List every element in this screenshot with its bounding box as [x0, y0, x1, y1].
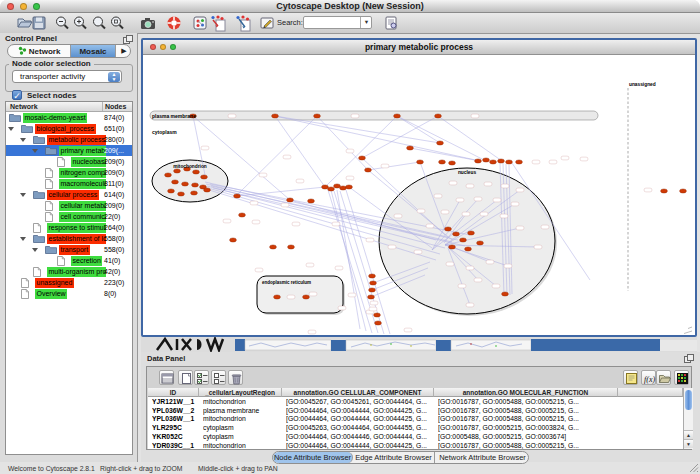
attribute-matrix-icon[interactable]	[159, 370, 174, 385]
new-attribute-icon[interactable]	[178, 370, 193, 385]
table-cell[interactable]: [GO:0045267, GO:0045261, GO:0044464, G..…	[286, 398, 433, 407]
network-tree-header[interactable]: Network Nodes	[6, 102, 132, 112]
network-node[interactable]	[340, 186, 347, 190]
network-node[interactable]	[465, 247, 472, 251]
select-attributes-icon[interactable]	[194, 370, 209, 385]
network-node[interactable]	[394, 114, 401, 118]
network-node[interactable]	[477, 241, 484, 245]
tree-node-label[interactable]: cell communicat	[59, 212, 106, 222]
network-node[interactable]	[449, 161, 456, 165]
network-node[interactable]	[204, 188, 211, 192]
table-cell[interactable]: mitochondrion	[203, 442, 281, 450]
table-column-header[interactable]: annotation.GO MOLECULAR_FUNCTION	[434, 388, 618, 397]
table-cell[interactable]: [GO:0044464, GO:0044444, GO:0044425, G..…	[286, 442, 433, 450]
table-scrollbar[interactable]: ▲ ▼	[683, 388, 693, 449]
tree-expand-arrow-icon[interactable]	[20, 193, 26, 197]
tree-node-label[interactable]: transport	[59, 245, 90, 255]
network-node[interactable]	[334, 184, 341, 188]
network-node[interactable]	[449, 245, 456, 249]
network-node[interactable]	[661, 189, 668, 193]
network-node[interactable]	[370, 281, 377, 285]
resize-grip-icon[interactable]	[689, 463, 699, 473]
network-node[interactable]	[191, 191, 198, 195]
network-node[interactable]	[439, 160, 446, 164]
network-node[interactable]	[239, 213, 246, 217]
table-cell[interactable]: YLR295C	[152, 424, 198, 433]
network-node[interactable]	[174, 169, 181, 173]
tree-node-label[interactable]: nucleobase-	[71, 157, 106, 167]
zoom-fit-icon[interactable]	[90, 14, 108, 32]
table-cell[interactable]: [GO:0016787, GO:0005488, GO:0005215, G..…	[438, 398, 617, 407]
table-cell[interactable]: [GO:0044464, GO:0044446, GO:0044444, G..…	[286, 433, 433, 442]
plasma-membrane-region[interactable]	[150, 111, 598, 120]
canvas-resize-grip[interactable]	[684, 327, 692, 334]
attribute-table[interactable]: ID_cellularLayoutRegionannotation.GO CEL…	[148, 388, 683, 449]
more-tabs-arrow[interactable]: ▶	[116, 45, 131, 57]
network-canvas[interactable]: plasma membranecytoplasmmitochondrionnuc…	[143, 55, 695, 335]
tree-row[interactable]: nitrogen compo209(0)	[6, 167, 132, 178]
data-panel-float-icon[interactable]	[684, 354, 692, 361]
network-node[interactable]	[453, 232, 460, 236]
tree-node-label[interactable]: response to stimulu	[47, 223, 106, 233]
tree-row[interactable]: cellular metabo209(0)	[6, 200, 132, 211]
table-cell[interactable]: YDR039C__1	[152, 442, 198, 450]
tree-row[interactable]: metabolic process280(0)	[6, 134, 132, 145]
network-node[interactable]	[328, 187, 335, 191]
table-cell[interactable]: [GO:0044464, GO:0044444, GO:0044425, G..…	[286, 407, 433, 416]
function-builder-icon[interactable]: f(x)	[641, 370, 656, 385]
table-cell[interactable]: mitochondrion	[203, 415, 281, 424]
tree-node-label[interactable]: primary metabo	[59, 146, 106, 156]
tree-row[interactable]: nucleobase-209(0)	[6, 156, 132, 167]
network-node[interactable]	[498, 159, 505, 163]
tree-row[interactable]: unassigned223(0)	[6, 277, 132, 288]
table-cell[interactable]: YPL036W__2	[152, 407, 198, 416]
table-column-header[interactable]: annotation.GO CELLULAR_COMPONENT	[282, 388, 434, 397]
layout-plugin-3-icon[interactable]	[234, 14, 252, 32]
scroll-up-arrow[interactable]: ▲	[684, 430, 693, 439]
tab-network[interactable]: Network	[8, 45, 71, 57]
network-node[interactable]	[270, 245, 277, 249]
delete-attribute-icon[interactable]	[228, 370, 243, 385]
network-node[interactable]	[346, 185, 353, 189]
network-node[interactable]	[445, 227, 452, 231]
network-node[interactable]	[168, 189, 175, 193]
network-node[interactable]	[483, 158, 490, 162]
table-cell[interactable]: cytoplasm	[203, 424, 281, 433]
notes-icon[interactable]	[623, 370, 638, 385]
table-column-header[interactable]: ID	[148, 388, 199, 397]
node-color-dropdown[interactable]: transporter activity ▲▼	[12, 70, 122, 83]
network-node[interactable]	[375, 321, 382, 325]
table-cell[interactable]: plasma membrane	[203, 407, 281, 416]
network-node[interactable]	[192, 183, 199, 187]
table-cell[interactable]: [GO:0044464, GO:0044444, GO:0044425, G..…	[286, 415, 433, 424]
network-node[interactable]	[369, 288, 376, 292]
network-node[interactable]	[178, 192, 185, 196]
tree-expand-arrow-icon[interactable]	[8, 127, 14, 131]
network-window-titlebar[interactable]: primary metabolic process	[143, 40, 695, 55]
import-attributes-icon[interactable]	[656, 370, 671, 385]
tree-row[interactable]: multi-organism pro42(0)	[6, 266, 132, 277]
tree-row[interactable]: biological_process651(0)	[6, 123, 132, 134]
network-node[interactable]	[359, 156, 366, 160]
tree-node-label[interactable]: cellular process	[47, 190, 99, 200]
table-cell[interactable]: YPL036W__1	[152, 415, 198, 424]
tree-node-label[interactable]: cellular metabo	[59, 201, 106, 211]
table-cell[interactable]: [GO:0016787, GO:0005488, GO:0005215, G..…	[438, 415, 617, 424]
tree-row[interactable]: establishment of lo558(0)	[6, 233, 132, 244]
network-node[interactable]	[193, 170, 200, 174]
scroll-down-arrow[interactable]: ▼	[684, 439, 693, 448]
network-node[interactable]	[516, 160, 523, 164]
network-node[interactable]	[303, 295, 310, 299]
nucleus-region[interactable]	[379, 168, 555, 314]
network-node[interactable]	[230, 238, 237, 242]
table-cell[interactable]: [GO:0005488, GO:0005215, GO:0003674]	[438, 433, 617, 442]
tree-row[interactable]: mosaic-demo-yeast874(0)	[6, 112, 132, 123]
network-node[interactable]	[502, 292, 509, 296]
title-bar[interactable]: Cytoscape Desktop (New Session)	[0, 0, 700, 13]
tree-row[interactable]: Overview8(0)	[6, 288, 132, 299]
snapshot-icon[interactable]	[139, 14, 157, 32]
tree-row[interactable]: transport558(0)	[6, 244, 132, 255]
network-node[interactable]	[322, 185, 329, 189]
zoom-selected-icon[interactable]	[108, 14, 126, 32]
network-node[interactable]	[182, 182, 189, 186]
